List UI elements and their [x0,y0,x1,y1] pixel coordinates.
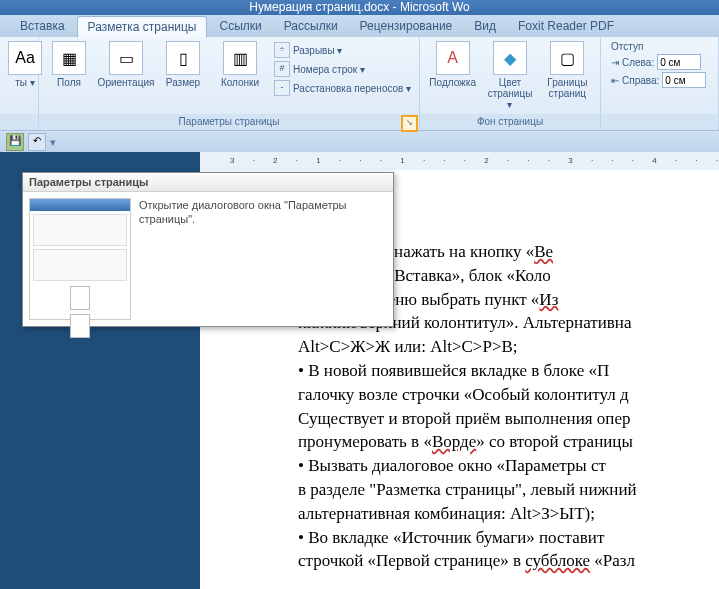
ribbon: Aaты ▾ ▦Поля ▭Ориентация ▯Размер ▥Колонк… [0,37,719,131]
watermark-icon: A [436,41,470,75]
group-page-bg-title: Фон страницы [420,114,600,130]
tooltip-title: Параметры страницы [23,173,393,192]
columns-button[interactable]: ▥Колонки [209,39,271,90]
window-title: Нумерация страниц.docx - Microsoft Wo [0,0,719,15]
margins-icon: ▦ [52,41,86,75]
tab-review[interactable]: Рецензирование [350,16,463,36]
tab-insert[interactable]: Вставка [10,16,75,36]
tab-references[interactable]: Ссылки [209,16,271,36]
horizontal-ruler[interactable]: 3 · 2 · 1 · · · 1 · · · 2 · · · 3 · · · … [200,152,719,171]
indent-left-label: Слева: [622,57,654,68]
group-page-setup-title: Параметры страницы↘ [39,114,419,130]
indent-right-input[interactable] [662,72,706,88]
tab-view[interactable]: Вид [464,16,506,36]
breaks-icon: ÷ [274,42,290,58]
group-paragraph-title [601,114,718,130]
columns-icon: ▥ [223,41,257,75]
indent-right-label: Справа: [622,75,659,86]
indent-left-input[interactable] [657,54,701,70]
indent-right-icon: ⇤ [611,75,619,86]
hyphenation-icon: - [274,80,290,96]
line-numbers-icon: # [274,61,290,77]
line-numbers-button[interactable]: #Номера строк ▾ [271,60,414,78]
watermark-button[interactable]: AПодложка [424,39,481,90]
ribbon-tabs: Вставка Разметка страницы Ссылки Рассылк… [0,15,719,37]
hyphenation-button[interactable]: -Расстановка переносов ▾ [271,79,414,97]
qat-customize-icon[interactable]: ▾ [50,136,56,149]
indent-title: Отступ [611,41,706,52]
page-borders-button[interactable]: ▢Границы страниц [539,39,596,101]
qat-save-icon[interactable]: 💾 [6,133,24,151]
indent-left-icon: ⇥ [611,57,619,68]
quick-access-toolbar: 💾 ↶ ▾ [0,131,719,153]
page-borders-icon: ▢ [550,41,584,75]
breaks-button[interactable]: ÷Разрывы ▾ [271,41,414,59]
size-button[interactable]: ▯Размер [157,39,209,90]
tab-page-layout[interactable]: Разметка страницы [77,16,208,37]
orientation-button[interactable]: ▭Ориентация [95,39,157,90]
themes-icon: Aa [8,41,42,75]
margins-button[interactable]: ▦Поля [43,39,95,90]
page-color-button[interactable]: ◆Цвет страницы ▾ [481,39,538,112]
size-icon: ▯ [166,41,200,75]
page-setup-launcher[interactable]: ↘ [401,115,418,132]
qat-undo-icon[interactable]: ↶ [28,133,46,151]
tooltip-description: Открытие диалогового окна "Параметры стр… [139,198,387,320]
tooltip-preview-image [29,198,131,320]
tab-foxit[interactable]: Foxit Reader PDF [508,16,624,36]
page-color-icon: ◆ [493,41,527,75]
group-themes-title [0,114,38,130]
tab-mailings[interactable]: Рассылки [274,16,348,36]
orientation-icon: ▭ [109,41,143,75]
page-setup-tooltip: Параметры страницы Открытие диалогового … [22,172,394,327]
